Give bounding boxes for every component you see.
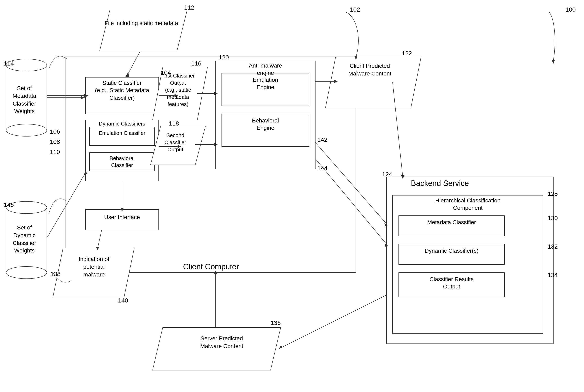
ref-132: 132 — [548, 243, 558, 250]
ref-142: 142 — [317, 136, 328, 143]
svg-marker-59 — [552, 60, 555, 64]
metadata-weights-label: Set ofMetadataClassifierWeights — [2, 84, 47, 115]
svg-marker-39 — [214, 143, 218, 146]
first-classifier-output-label: First ClassifierOutput(e.g., staticmetad… — [154, 72, 202, 108]
indication-malware-label: Indication ofpotentialmalware — [55, 255, 133, 278]
svg-line-42 — [315, 142, 386, 224]
ref-136: 136 — [270, 320, 281, 326]
server-predicted-malware-label: Server PredictedMalware Content — [166, 335, 278, 350]
behavioral-engine-label: BehavioralEngine — [223, 117, 308, 132]
emulation-classifier-label: Emulation Classifier — [90, 130, 154, 137]
metadata-classifier-box-label: Metadata Classifier — [400, 219, 504, 226]
ref-140: 140 — [118, 297, 128, 304]
dynamic-weights-label: Set ofDynamicClassifierWeights — [2, 224, 47, 254]
ref-110: 110 — [50, 148, 60, 156]
hierarchical-component-label: Hierarchical ClassificationComponent — [394, 197, 542, 212]
ref-146: 146 — [4, 202, 14, 208]
second-classifier-output-label: SecondClassifierOutput — [153, 132, 198, 153]
svg-line-50 — [47, 173, 86, 238]
svg-marker-51 — [84, 170, 87, 174]
svg-point-22 — [6, 124, 47, 136]
classifier-results-output-label: Classifier ResultsOutput — [400, 276, 504, 290]
behavioral-classifier-label: BehavioralClassifier — [90, 155, 154, 169]
client-predicted-malware-label: Client PredictedMalware Content — [329, 62, 410, 78]
svg-point-25 — [6, 266, 47, 279]
svg-line-46 — [98, 230, 102, 248]
user-interface-label: User Interface — [86, 214, 158, 221]
ref-118: 118 — [169, 120, 179, 127]
file-static-metadata-label: File including static metadata — [104, 19, 179, 27]
ref-102: 102 — [350, 6, 360, 13]
ref-128: 128 — [548, 190, 558, 197]
backend-service-label: Backend Service — [411, 179, 469, 188]
svg-line-52 — [281, 295, 386, 348]
ref-108: 108 — [50, 138, 60, 145]
ref-144: 144 — [317, 165, 328, 172]
dynamic-classifiers-box-label: Dynamic Classifier(s) — [400, 247, 504, 254]
ref-134: 134 — [548, 272, 558, 278]
dynamic-classifiers-header: Dynamic Classifiers — [86, 120, 158, 127]
svg-marker-14 — [100, 10, 187, 51]
ref-100: 100 — [566, 6, 576, 13]
svg-marker-37 — [214, 92, 218, 95]
ref-120: 120 — [219, 54, 229, 61]
ref-122: 122 — [402, 50, 412, 57]
ref-106: 106 — [50, 128, 60, 135]
ref-124: 124 — [382, 171, 392, 178]
anti-malware-engine-label: Anti-malwareengine — [217, 62, 314, 77]
ref-130: 130 — [548, 214, 558, 222]
ref-114: 114 — [4, 60, 14, 67]
client-computer-label: Client Computer — [183, 262, 239, 271]
emulation-engine-label: EmulationEngine — [223, 76, 308, 91]
diagram: 100 102 104 106 108 110 112 114 116 118 … — [0, 0, 584, 392]
ref-116: 116 — [191, 60, 202, 67]
ref-112: 112 — [184, 4, 194, 11]
static-classifier-label: Static Classifier(e.g., Static MetadataC… — [86, 79, 158, 102]
